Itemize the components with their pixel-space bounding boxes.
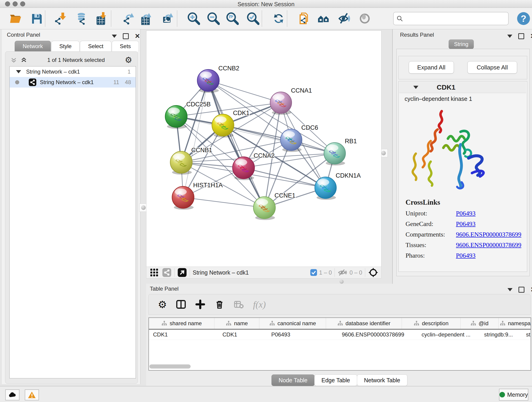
column-header-canonical-name[interactable]: canonical name [259,318,326,329]
show-columns-icon[interactable] [176,299,186,309]
edge-CCNB2-CCNA1[interactable] [208,80,281,103]
network-collection-row[interactable]: String Network – cdk1 1 [10,66,136,77]
network-from-selection-icon [298,12,311,25]
main-toolbar: ? [0,8,532,29]
cell--id[interactable]: stringdb:9... [480,330,522,340]
collapse-entry-icon[interactable] [413,86,418,89]
node-RB1[interactable]: RB1 [324,138,357,166]
node-CCNB2[interactable]: CCNB2 [197,65,239,93]
panel-float-icon[interactable] [123,33,129,39]
column-header-database-identifier[interactable]: database identifier [326,318,402,329]
memory-button[interactable]: Memory [499,389,528,401]
import-table-file-button[interactable] [93,11,108,26]
results-float-icon[interactable] [518,33,524,39]
tab-network[interactable]: Network [15,41,51,51]
zoom-selected-button[interactable] [245,11,260,26]
column-header--id[interactable]: @id [461,318,499,329]
refresh-button[interactable] [271,11,286,26]
edge-CCNB2-HIST1H1A[interactable] [183,80,208,197]
column-header-name[interactable]: name [215,318,259,329]
zoom-in-button[interactable] [186,11,201,26]
results-close-icon[interactable]: ✕ [530,33,532,39]
open-file-button[interactable] [8,11,23,26]
network-canvas[interactable]: CCNB2CCNA1CDC25BCDK1CDC6RB1CCNB1CCNA2CDK… [146,31,381,267]
tab-network-table[interactable]: Network Table [357,375,407,386]
export-table-button[interactable] [138,11,153,26]
collapse-all-icon[interactable] [10,57,17,64]
grid-view-icon[interactable] [150,268,159,277]
hidden-eye-icon[interactable] [337,268,348,277]
table-settings-gear-icon[interactable]: ⚙ [158,299,167,310]
delete-column-trash-icon[interactable] [215,299,225,309]
zoom-fit-button[interactable] [225,11,240,26]
search-box[interactable] [393,12,509,25]
tab-string[interactable]: String [449,39,474,49]
import-network-database-button[interactable] [74,11,89,26]
column-header-shared-name[interactable]: shared name [149,318,215,329]
cell-name[interactable]: CDK1 [218,330,267,340]
node-CDKN1A[interactable]: CDKN1A [315,172,361,200]
node-result-header[interactable]: CDK1 [399,82,526,93]
network-from-selection-button[interactable] [297,11,312,26]
delete-table-icon[interactable] [234,299,244,309]
birds-eye-view-icon[interactable] [177,268,187,277]
cell-description[interactable]: cyclin–dependent ... [418,330,480,340]
cell-namespace[interactable]: stringdb [522,330,531,340]
tab-edge-table[interactable]: Edge Table [314,375,357,386]
tab-node-table[interactable]: Node Table [272,375,315,386]
panel-close-icon[interactable]: ✕ [135,33,140,39]
network-graph[interactable]: CCNB2CCNA1CDC25BCDK1CDC6RB1CCNB1CCNA2CDK… [146,31,381,267]
zoom-out-button[interactable] [206,11,221,26]
add-column-icon[interactable] [195,299,205,309]
node-CCNA1[interactable]: CCNA1 [270,87,312,115]
collapse-all-button[interactable]: Collapse All [467,61,517,74]
table-hscrollbar[interactable] [149,364,191,369]
sphere-button[interactable] [357,11,372,26]
cell-canonical-name[interactable]: P06493 [267,330,338,340]
export-network-button[interactable] [121,11,136,26]
crosslink-link[interactable]: 9606.ENSP00000378699 [456,241,521,249]
layout-houses-button[interactable] [316,11,331,26]
expand-all-button[interactable]: Expand All [409,61,454,74]
network-row[interactable]: String Network – cdk1 11 48 [10,77,136,88]
network-options-gear-icon[interactable]: ⚙ [125,55,132,65]
import-network-file-button[interactable] [52,11,67,26]
help-button[interactable]: ? [516,11,531,26]
node-CDK1[interactable]: CDK1 [212,109,249,138]
panel-menu-icon[interactable] [112,35,117,38]
selected-checkbox-icon[interactable] [310,269,317,276]
cell-database-identifier[interactable]: 9606.ENSP00000378699 [338,330,418,340]
expand-all-icon[interactable] [20,57,27,64]
function-builder-icon[interactable]: f(x) [253,299,266,310]
crosslink-link[interactable]: 9606.ENSP00000378699 [456,231,521,238]
crosslink-link[interactable]: P06493 [456,252,476,259]
table-menu-icon[interactable] [507,288,513,291]
search-input[interactable] [405,15,508,22]
table-close-icon[interactable]: ✕ [530,287,532,293]
fit-content-crosshair-icon[interactable] [368,267,379,278]
tree-expander-icon[interactable] [16,70,21,73]
crosslink-link[interactable]: P06493 [456,210,476,217]
bottom-splitter-handle[interactable] [340,280,344,284]
node-label-RB1: RB1 [345,138,357,145]
network-share-gray-icon[interactable] [162,268,172,277]
crosslink-link[interactable]: P06493 [456,220,476,228]
node-HIST1H1A[interactable]: HIST1H1A [172,182,223,210]
node-table[interactable]: shared namenamecanonical namedatabase id… [148,317,531,370]
column-header-namespace[interactable]: namespace [499,318,531,329]
export-image-button[interactable] [160,11,175,26]
tab-sets[interactable]: Sets [112,41,139,51]
table-row[interactable]: CDK1CDK1P064939606.ENSP00000378699cyclin… [149,330,531,340]
warnings-button[interactable] [25,389,39,400]
table-float-icon[interactable] [519,287,525,293]
tab-select[interactable]: Select [80,41,111,51]
results-menu-icon[interactable] [507,35,512,38]
cloud-button[interactable] [5,389,19,400]
tab-style[interactable]: Style [51,41,80,51]
network-label: String Network – cdk1 [40,79,94,85]
column-header-description[interactable]: description [402,318,461,329]
show-hide-button[interactable] [337,11,352,26]
cell-shared-name[interactable]: CDK1 [149,330,218,340]
edge-HIST1H1A-CCNE1[interactable] [183,197,264,208]
save-session-button[interactable] [29,11,44,26]
